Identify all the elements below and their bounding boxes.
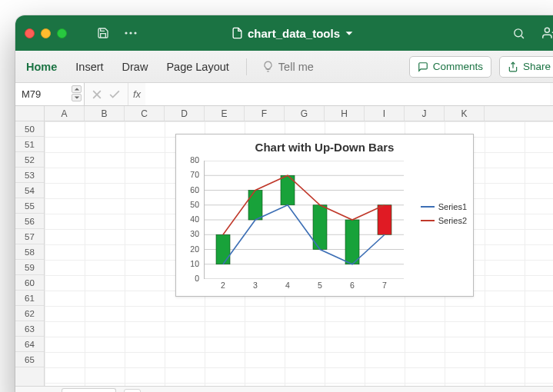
- chart-y-ticks: 01020304050607080: [184, 161, 201, 279]
- spreadsheet-grid[interactable]: A B C D E F G H I J K 50 51 52 53 54 55 …: [15, 106, 553, 386]
- comments-button[interactable]: Comments: [409, 56, 491, 78]
- row-header[interactable]: 52: [15, 152, 44, 168]
- share-label: Share: [523, 61, 551, 72]
- row-header[interactable]: 64: [15, 337, 44, 352]
- window-controls: [25, 28, 67, 38]
- row-headers[interactable]: 50 51 52 53 54 55 56 57 58 59 60 61 62 6…: [15, 121, 45, 386]
- name-box[interactable]: M79: [15, 83, 85, 105]
- svg-point-3: [514, 28, 521, 36]
- col-header[interactable]: J: [405, 106, 445, 121]
- col-header[interactable]: F: [245, 106, 285, 121]
- row-header[interactable]: 63: [15, 321, 44, 337]
- svg-point-0: [125, 32, 127, 34]
- row-header[interactable]: 60: [15, 275, 44, 291]
- col-header[interactable]: C: [125, 106, 165, 121]
- app-window: chart_data_tools Home Insert Draw Page L…: [15, 15, 553, 392]
- window-title[interactable]: chart_data_tools: [231, 27, 353, 40]
- column-headers[interactable]: A B C D E F G H I J K: [45, 106, 553, 121]
- sheet-tab-bar: Sheet1: [15, 386, 553, 392]
- row-header[interactable]: 61: [15, 291, 44, 306]
- formula-input[interactable]: [145, 83, 550, 105]
- tab-home[interactable]: Home: [25, 58, 58, 76]
- comment-icon: [418, 61, 428, 72]
- share-icon: [508, 61, 518, 72]
- col-header[interactable]: A: [45, 106, 85, 121]
- svg-point-5: [545, 28, 549, 32]
- row-header[interactable]: 51: [15, 137, 44, 152]
- share-button[interactable]: Share: [499, 56, 553, 78]
- col-header[interactable]: E: [205, 106, 245, 121]
- name-box-value: M79: [22, 88, 41, 100]
- comments-label: Comments: [433, 61, 483, 72]
- tab-page-layout[interactable]: Page Layout: [165, 58, 230, 76]
- cells-area[interactable]: Chart with Up-Down Bars 0102030405060708…: [45, 121, 553, 386]
- row-header[interactable]: 50: [15, 121, 44, 137]
- svg-point-1: [129, 32, 132, 34]
- bulb-icon: [262, 61, 274, 72]
- tell-me-search[interactable]: Tell me: [262, 61, 314, 73]
- svg-rect-22: [248, 191, 262, 221]
- fx-label[interactable]: fx: [128, 83, 145, 105]
- row-header[interactable]: 54: [15, 183, 44, 198]
- share-toolbar-button[interactable]: [539, 23, 553, 43]
- col-header[interactable]: B: [85, 106, 125, 121]
- legend-line-s2: [421, 220, 435, 221]
- ribbon: Home Insert Draw Page Layout Tell me Com…: [15, 51, 553, 83]
- chart-x-ticks: 234567: [204, 281, 404, 291]
- svg-rect-26: [378, 205, 391, 235]
- chart-svg: [204, 161, 404, 279]
- confirm-formula-button[interactable]: [109, 90, 120, 99]
- col-header[interactable]: K: [445, 106, 485, 121]
- col-header[interactable]: D: [165, 106, 205, 121]
- legend-label-s2: Series2: [438, 216, 467, 225]
- svg-rect-21: [216, 234, 230, 264]
- select-all-corner[interactable]: [15, 106, 45, 121]
- row-header[interactable]: 53: [15, 168, 44, 183]
- ribbon-separator: [246, 58, 247, 75]
- embedded-chart[interactable]: Chart with Up-Down Bars 0102030405060708…: [175, 134, 474, 297]
- more-button[interactable]: [121, 23, 141, 43]
- tab-draw[interactable]: Draw: [121, 58, 150, 76]
- chevron-down-icon: [345, 29, 353, 38]
- svg-line-4: [521, 35, 523, 38]
- chart-plot-area: [204, 161, 404, 277]
- legend-label-s1: Series1: [438, 202, 467, 211]
- add-sheet-button[interactable]: [124, 389, 141, 393]
- col-header[interactable]: H: [325, 106, 365, 121]
- row-header[interactable]: 62: [15, 306, 44, 321]
- formula-expand-button[interactable]: [550, 83, 553, 105]
- cancel-formula-button[interactable]: [92, 90, 102, 99]
- sheet-tab-active[interactable]: Sheet1: [62, 388, 116, 393]
- svg-rect-25: [345, 220, 359, 264]
- row-header[interactable]: 57: [15, 229, 44, 244]
- svg-point-2: [134, 32, 136, 34]
- name-box-step-down[interactable]: [72, 94, 82, 101]
- chart-title: Chart with Up-Down Bars: [176, 135, 473, 155]
- row-header[interactable]: 56: [15, 214, 44, 229]
- maximize-window-button[interactable]: [57, 28, 67, 38]
- chart-legend: Series1 Series2: [421, 202, 467, 230]
- close-window-button[interactable]: [25, 28, 35, 38]
- document-icon: [231, 27, 243, 39]
- row-header[interactable]: 65: [15, 352, 44, 367]
- window-title-text: chart_data_tools: [248, 27, 340, 40]
- tell-me-label: Tell me: [278, 61, 314, 73]
- row-header[interactable]: 59: [15, 260, 44, 275]
- col-header[interactable]: I: [365, 106, 405, 121]
- save-button[interactable]: [93, 23, 113, 43]
- minimize-window-button[interactable]: [41, 28, 51, 38]
- legend-line-s1: [421, 206, 435, 208]
- row-header[interactable]: 55: [15, 198, 44, 214]
- tab-insert[interactable]: Insert: [74, 58, 105, 76]
- col-header[interactable]: G: [285, 106, 325, 121]
- search-button[interactable]: [508, 23, 528, 43]
- titlebar: chart_data_tools: [15, 15, 553, 51]
- formula-bar: M79 fx: [15, 83, 553, 106]
- name-box-step-up[interactable]: [72, 85, 82, 93]
- row-header[interactable]: 58: [15, 244, 44, 260]
